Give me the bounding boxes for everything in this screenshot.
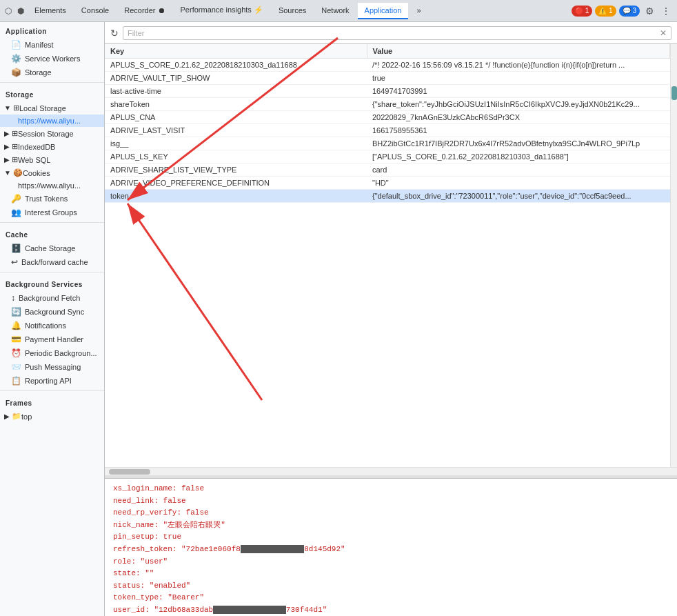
sidebar-item-push-messaging[interactable]: 📨 Push Messaging xyxy=(0,360,104,374)
indexeddb-icon: ⊞ xyxy=(12,142,18,151)
table-cell-value: 1649741703991 xyxy=(367,85,670,98)
tab-network[interactable]: Network xyxy=(314,3,356,19)
table-row[interactable]: shareToken{"share_token":"eyJhbGciOiJSUz… xyxy=(105,98,670,111)
table-row[interactable]: token{"default_sbox_drive_id":"72300011"… xyxy=(105,190,670,203)
horizontal-scrollbar[interactable] xyxy=(105,467,677,475)
sidebar-item-storage[interactable]: 📦 Storage xyxy=(0,66,104,79)
sidebar-section-cache: Cache xyxy=(0,226,104,241)
table-cell-key: APLUS_S_CORE_0.21.62_20220818210303_da11… xyxy=(105,59,367,72)
bottom-panel: xs_login_name: falseneed_link: falseneed… xyxy=(105,478,677,616)
sidebar-item-interest-groups[interactable]: 👥 Interest Groups xyxy=(0,206,104,219)
tab-application[interactable]: Application xyxy=(358,3,409,19)
sidebar-group-frames[interactable]: ▶ 📁 top xyxy=(0,410,104,423)
badge-warning[interactable]: ⚠️ 1 xyxy=(595,6,616,17)
periodic-bg-icon: ⏰ xyxy=(11,348,21,358)
table-row[interactable]: ADRIVE_VAULT_TIP_SHOWtrue xyxy=(105,72,670,85)
tab-bar: ⬡ ⬢ Elements Console Recorder ⏺ Performa… xyxy=(0,0,677,22)
bottom-panel-line: user_id: "12db68a33dab4a2e' c730f44d1" xyxy=(113,604,669,616)
table-cell-value: "HD" xyxy=(367,177,670,190)
badge-messages[interactable]: 💬 3 xyxy=(619,6,640,17)
sidebar-item-notifications[interactable]: 🔔 Notifications xyxy=(0,319,104,332)
sidebar-item-service-workers-label: Service Workers xyxy=(25,54,80,63)
sidebar-item-bg-fetch[interactable]: ↕ Background Fetch xyxy=(0,291,104,305)
table-cell-value: card xyxy=(367,163,670,177)
table-cell-key: shareToken xyxy=(105,98,367,111)
bottom-panel-line: refresh_token: "72bae1e060f847a1e 8d145d… xyxy=(113,544,669,556)
sidebar-item-payment-handler[interactable]: 💳 Payment Handler xyxy=(0,332,104,346)
push-messaging-icon: 📨 xyxy=(11,362,21,372)
sidebar-group-web-sql[interactable]: ▶ ⊞ Web SQL xyxy=(0,153,104,166)
local-storage-arrow: ▼ xyxy=(4,104,11,112)
sidebar-group-cookies-label: Cookies xyxy=(23,169,50,177)
sidebar-group-indexeddb[interactable]: ▶ ⊞ IndexedDB xyxy=(0,140,104,153)
sidebar-divider-3 xyxy=(0,272,104,272)
sidebar-item-back-forward-cache[interactable]: ↩ Back/forward cache xyxy=(0,255,104,269)
scroll-thumb xyxy=(671,86,677,100)
table-row[interactable]: APLUS_CNA20220829_7knAGnE3UzkCAbcR6SdPr3… xyxy=(105,111,670,124)
tab-more[interactable]: » xyxy=(410,3,427,19)
badge-error[interactable]: 🔴 1 xyxy=(572,6,592,17)
table-scroll-area[interactable]: Key Value APLUS_S_CORE_0.21.62_202208182… xyxy=(105,44,670,467)
sidebar-group-local-storage[interactable]: ▼ ⊞ Local Storage xyxy=(0,101,104,115)
sidebar: Application 📄 Manifest ⚙️ Service Worker… xyxy=(0,22,105,616)
sidebar-section-bg: Background Services xyxy=(0,275,104,291)
bottom-panel-line: need_rp_verify: false xyxy=(113,507,669,519)
sidebar-item-cache-storage-label: Cache Storage xyxy=(25,244,75,252)
sidebar-item-cookies-url[interactable]: https://www.aliyu... xyxy=(0,179,104,192)
interest-groups-icon: 👥 xyxy=(11,208,21,217)
bottom-panel-line: pin_setup: true xyxy=(113,531,669,544)
table-row[interactable]: ADRIVE_LAST_VISIT1661758955361 xyxy=(105,124,670,137)
sidebar-cookies-url-label: https://www.aliyu... xyxy=(18,181,81,190)
devtools-icon-2[interactable]: ⬢ xyxy=(15,6,26,17)
devtools-icon-1[interactable]: ⬡ xyxy=(3,6,14,17)
sidebar-divider-2 xyxy=(0,222,104,223)
tab-recorder[interactable]: Recorder ⏺ xyxy=(117,3,172,19)
sidebar-item-local-storage-url[interactable]: https://www.aliyu... xyxy=(0,115,104,127)
sidebar-item-top-label: top xyxy=(21,413,32,421)
table-row[interactable]: APLUS_LS_KEY["APLUS_S_CORE_0.21.62_20220… xyxy=(105,150,670,163)
table-cell-value: {"default_sbox_drive_id":"72300011","rol… xyxy=(367,190,670,203)
sidebar-group-indexeddb-label: IndexedDB xyxy=(18,143,55,151)
tab-performance[interactable]: Performance insights ⚡ xyxy=(174,2,270,19)
table-row[interactable]: ADRIVE_SHARE_LIST_VIEW_TYPEcard xyxy=(105,163,670,177)
sidebar-item-trust-tokens-label: Trust Tokens xyxy=(25,195,68,203)
settings-icon[interactable]: ⚙ xyxy=(643,4,656,18)
sidebar-item-cache-storage[interactable]: 🗄️ Cache Storage xyxy=(0,241,104,255)
col-header-value: Value xyxy=(367,44,670,59)
table-cell-key: ADRIVE_SHARE_LIST_VIEW_TYPE xyxy=(105,163,367,177)
sidebar-group-cookies[interactable]: ▼ 🍪 Cookies xyxy=(0,166,104,179)
storage-icon: 📦 xyxy=(11,68,21,77)
table-row[interactable]: APLUS_S_CORE_0.21.62_20220818210303_da11… xyxy=(105,59,670,72)
more-options-icon[interactable]: ⋮ xyxy=(659,4,673,18)
sidebar-group-local-storage-label: Local Storage xyxy=(19,104,66,112)
sidebar-item-trust-tokens[interactable]: 🔑 Trust Tokens xyxy=(0,192,104,206)
sidebar-group-session-storage-label: Session Storage xyxy=(18,130,74,138)
vertical-scrollbar[interactable] xyxy=(670,44,677,467)
sidebar-section-frames: Frames xyxy=(0,394,104,410)
sidebar-group-session-storage[interactable]: ▶ ⊞ Session Storage xyxy=(0,127,104,140)
tab-sources[interactable]: Sources xyxy=(272,3,313,19)
tab-console[interactable]: Console xyxy=(74,3,116,19)
refresh-button[interactable]: ↻ xyxy=(110,28,119,39)
table-cell-value: true xyxy=(367,72,670,85)
filter-input-wrap: ✕ xyxy=(123,26,671,40)
sidebar-item-storage-label: Storage xyxy=(25,68,52,77)
table-row[interactable]: last-active-time1649741703991 xyxy=(105,85,670,98)
sidebar-group-web-sql-label: Web SQL xyxy=(18,156,51,164)
manifest-icon: 📄 xyxy=(11,40,21,50)
sidebar-item-service-workers[interactable]: ⚙️ Service Workers xyxy=(0,52,104,66)
filter-clear-icon[interactable]: ✕ xyxy=(660,28,667,38)
filter-input[interactable] xyxy=(128,29,657,37)
tab-elements[interactable]: Elements xyxy=(28,3,73,19)
table-row[interactable]: ADRIVE_VIDEO_PREFERENCE_DEFINITION"HD" xyxy=(105,177,670,190)
sidebar-divider-1 xyxy=(0,82,104,83)
sidebar-item-periodic-bg[interactable]: ⏰ Periodic Backgroun... xyxy=(0,346,104,360)
sidebar-item-bg-sync[interactable]: 🔄 Background Sync xyxy=(0,305,104,319)
bottom-panel-content: xs_login_name: falseneed_link: falseneed… xyxy=(105,479,677,616)
table-row[interactable]: isg__BHZ2ibGtCc1R1f7IBjR2DR7Ux6x4I7rR52a… xyxy=(105,137,670,150)
storage-table: Key Value APLUS_S_CORE_0.21.62_202208182… xyxy=(105,44,670,203)
sidebar-item-periodic-bg-label: Periodic Backgroun... xyxy=(25,349,97,357)
sidebar-item-reporting-api[interactable]: 📋 Reporting API xyxy=(0,374,104,388)
sidebar-item-manifest[interactable]: 📄 Manifest xyxy=(0,38,104,52)
sidebar-item-interest-groups-label: Interest Groups xyxy=(25,208,77,217)
